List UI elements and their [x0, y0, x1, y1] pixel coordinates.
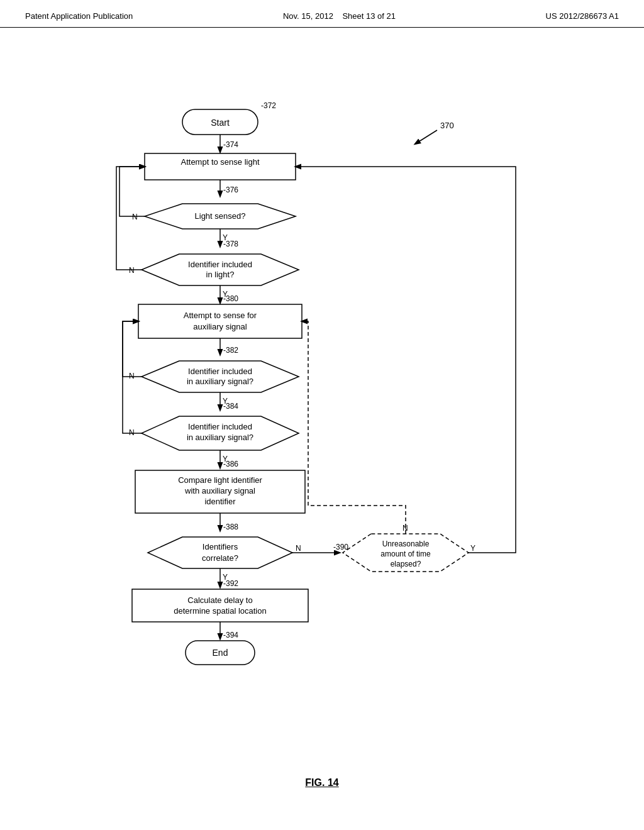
svg-text:Identifiers: Identifiers — [203, 542, 238, 551]
svg-text:Start: Start — [211, 118, 230, 128]
svg-text:amount of time: amount of time — [380, 550, 431, 558]
svg-text:in auxiliary signal?: in auxiliary signal? — [187, 377, 253, 386]
svg-text:End: End — [213, 648, 228, 658]
svg-text:Unreasonable: Unreasonable — [382, 540, 430, 548]
svg-text:N: N — [129, 428, 135, 437]
header-center: Nov. 15, 2012 Sheet 13 of 21 — [283, 11, 396, 21]
svg-text:Compare light identifier: Compare light identifier — [178, 475, 262, 485]
figure-label: FIG. 14 — [305, 777, 338, 788]
svg-text:370: 370 — [440, 121, 454, 130]
diagram-area: 370 Start -372 -374 Attempt to sense lig… — [0, 28, 644, 801]
svg-text:correlate?: correlate? — [202, 553, 238, 563]
svg-text:Calculate delay to: Calculate delay to — [187, 595, 252, 605]
svg-text:in auxiliary signal?: in auxiliary signal? — [187, 433, 253, 442]
svg-text:N: N — [132, 213, 138, 221]
svg-text:with auxiliary signal: with auxiliary signal — [184, 486, 255, 495]
svg-text:elapsed?: elapsed? — [391, 560, 421, 568]
svg-text:-394: -394 — [223, 631, 238, 639]
svg-text:N: N — [296, 544, 301, 553]
flowchart-svg: 370 Start -372 -374 Attempt to sense lig… — [0, 28, 644, 801]
svg-text:Y: Y — [470, 544, 475, 553]
svg-text:auxiliary signal: auxiliary signal — [193, 322, 247, 331]
svg-text:Identifier included: Identifier included — [188, 422, 252, 431]
svg-text:-374: -374 — [223, 140, 238, 149]
svg-text:determine spatial location: determine spatial location — [174, 606, 266, 616]
svg-text:-378: -378 — [223, 240, 238, 248]
svg-text:Attempt to sense for: Attempt to sense for — [184, 311, 257, 320]
header-right: US 2012/286673 A1 — [546, 11, 619, 21]
svg-text:Light sensed?: Light sensed? — [195, 211, 246, 221]
svg-text:Identifier included: Identifier included — [188, 260, 252, 269]
svg-text:-372: -372 — [261, 101, 276, 110]
svg-text:Attempt to sense light: Attempt to sense light — [180, 157, 259, 167]
svg-text:-392: -392 — [223, 579, 238, 588]
svg-rect-64 — [132, 589, 308, 622]
svg-rect-24 — [138, 304, 302, 338]
svg-text:N: N — [129, 266, 135, 275]
svg-text:-390: -390 — [333, 543, 348, 551]
svg-line-1 — [415, 130, 437, 144]
svg-text:-388: -388 — [223, 523, 238, 531]
svg-text:N: N — [129, 372, 135, 380]
svg-text:in light?: in light? — [206, 270, 235, 279]
svg-text:Identifier included: Identifier included — [188, 367, 252, 376]
page-header: Patent Application Publication Nov. 15, … — [0, 0, 644, 28]
svg-text:-386: -386 — [223, 460, 238, 468]
header-left: Patent Application Publication — [25, 11, 133, 21]
svg-text:-384: -384 — [223, 402, 238, 411]
svg-text:-380: -380 — [223, 294, 238, 303]
svg-text:identifier: identifier — [204, 497, 236, 506]
svg-text:-382: -382 — [223, 346, 238, 355]
svg-text:-376: -376 — [223, 185, 238, 194]
